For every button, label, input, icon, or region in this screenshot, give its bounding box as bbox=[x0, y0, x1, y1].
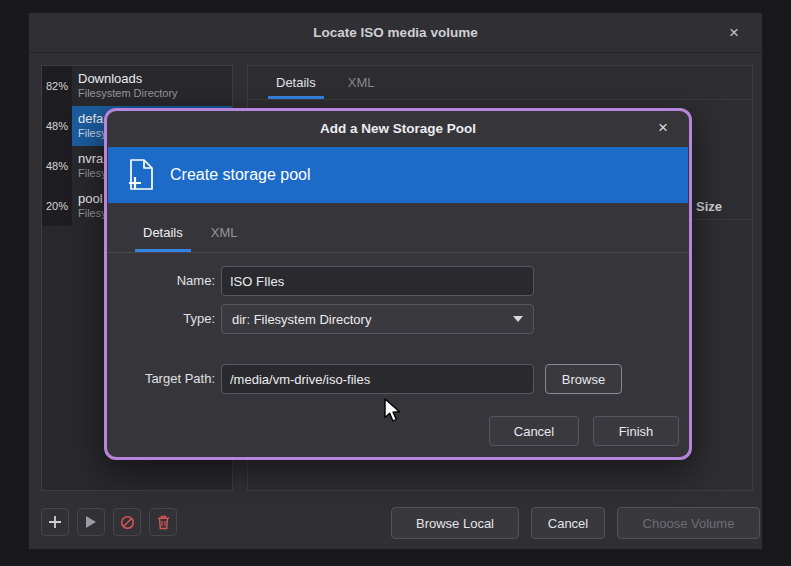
details-tabbar: Details XML bbox=[248, 66, 752, 100]
browse-button[interactable]: Browse bbox=[545, 364, 622, 394]
dialog-tab-details[interactable]: Details bbox=[129, 213, 197, 252]
pool-name: Downloads bbox=[78, 70, 226, 87]
add-pool-button[interactable] bbox=[41, 508, 69, 536]
target-path-input[interactable] bbox=[221, 364, 534, 394]
dialog-close-button[interactable]: × bbox=[651, 116, 675, 140]
new-document-icon bbox=[126, 158, 156, 192]
delete-pool-button[interactable] bbox=[149, 508, 177, 536]
pool-usage-percent: 20% bbox=[42, 186, 72, 226]
pool-usage-percent: 48% bbox=[42, 146, 72, 186]
ban-icon bbox=[120, 515, 135, 530]
window-title: Locate ISO media volume bbox=[313, 25, 477, 40]
stop-pool-button[interactable] bbox=[113, 508, 141, 536]
pool-usage-percent: 48% bbox=[42, 106, 72, 146]
tab-details[interactable]: Details bbox=[260, 66, 332, 99]
pool-list-item[interactable]: 82% Downloads Filesystem Directory bbox=[42, 66, 232, 106]
add-storage-pool-dialog: Add a New Storage Pool × Create storage … bbox=[104, 108, 692, 460]
pool-type-dropdown[interactable]: dir: Filesystem Directory bbox=[221, 304, 534, 334]
name-label: Name: bbox=[123, 266, 215, 296]
browse-local-button[interactable]: Browse Local bbox=[391, 507, 519, 539]
dialog-tab-xml[interactable]: XML bbox=[197, 213, 252, 252]
start-pool-button[interactable] bbox=[77, 508, 105, 536]
pool-item-text: Downloads Filesystem Directory bbox=[72, 66, 232, 106]
dialog-titlebar: Add a New Storage Pool × bbox=[107, 111, 689, 145]
pool-type-value: dir: Filesystem Directory bbox=[232, 312, 513, 327]
chevron-down-icon bbox=[513, 316, 523, 322]
type-label: Type: bbox=[123, 304, 215, 334]
dialog-finish-button[interactable]: Finish bbox=[593, 416, 679, 446]
volumes-size-column-header: Size bbox=[696, 199, 722, 214]
play-icon bbox=[85, 515, 97, 529]
target-path-label: Target Path: bbox=[123, 364, 215, 394]
dialog-tabbar: Details XML bbox=[107, 213, 689, 253]
choose-volume-button[interactable]: Choose Volume bbox=[617, 507, 760, 539]
dialog-banner: Create storage pool bbox=[108, 147, 688, 203]
pool-usage-percent: 82% bbox=[42, 66, 72, 106]
dialog-cancel-button[interactable]: Cancel bbox=[489, 416, 579, 446]
plus-icon bbox=[48, 515, 62, 529]
banner-title: Create storage pool bbox=[170, 166, 311, 184]
cancel-button[interactable]: Cancel bbox=[531, 507, 605, 539]
pool-subtitle: Filesystem Directory bbox=[78, 87, 226, 100]
tab-xml[interactable]: XML bbox=[332, 66, 391, 99]
window-close-button[interactable]: × bbox=[722, 21, 746, 45]
pool-name-input[interactable] bbox=[221, 266, 534, 296]
window-titlebar: Locate ISO media volume × bbox=[29, 13, 762, 53]
trash-icon bbox=[157, 515, 170, 530]
dialog-title: Add a New Storage Pool bbox=[320, 121, 476, 136]
